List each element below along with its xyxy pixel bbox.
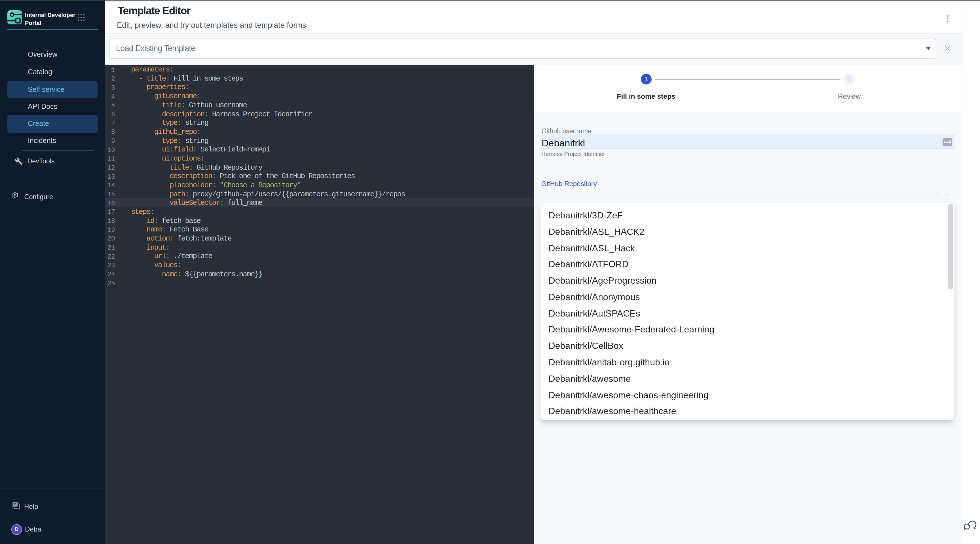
svg-text:?: ? <box>14 502 16 506</box>
